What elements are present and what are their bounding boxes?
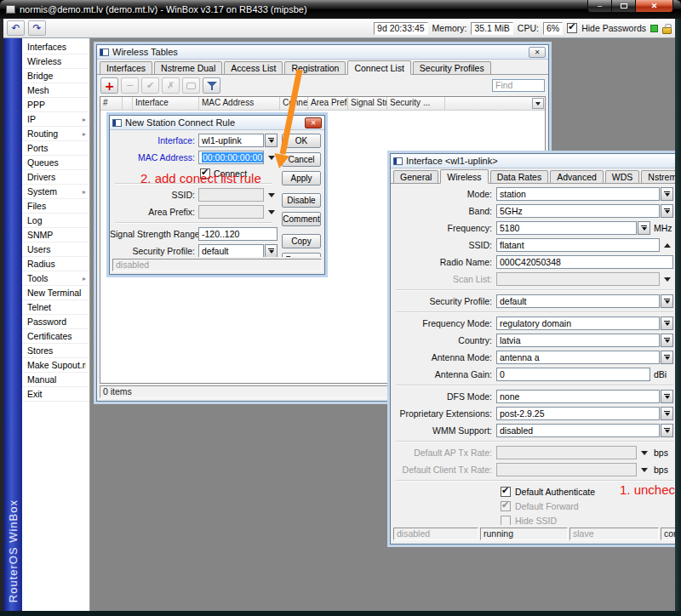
field-input[interactable]: disabled: [496, 424, 660, 437]
column-header-flags[interactable]: [123, 97, 133, 110]
tab[interactable]: Advanced: [550, 170, 604, 184]
undo-button[interactable]: ↶: [7, 20, 25, 36]
tab[interactable]: Access List: [224, 61, 283, 75]
field-control[interactable]: [661, 204, 673, 218]
column-header-signal[interactable]: Signal Str...: [348, 97, 387, 110]
default-authenticate-checkbox[interactable]: [501, 487, 511, 497]
column-header-security[interactable]: Security ...: [387, 97, 445, 110]
field-control[interactable]: [661, 294, 673, 308]
sidebar-item[interactable]: New Terminal: [22, 286, 89, 300]
field-input[interactable]: 5180: [496, 221, 637, 235]
sidebar-item[interactable]: Users: [22, 242, 89, 257]
column-header-area-prefix[interactable]: Area Prefix: [308, 97, 348, 110]
security-profile-combo-button[interactable]: [265, 244, 278, 257]
field-control[interactable]: [661, 390, 673, 403]
field-input[interactable]: antenna a: [496, 351, 660, 364]
sidebar-item[interactable]: Bridge: [22, 69, 89, 83]
mac-address-input[interactable]: 00:00:00:00:00:00: [198, 151, 264, 164]
field-control[interactable]: [661, 407, 673, 420]
comment-button[interactable]: [182, 77, 200, 94]
field-input[interactable]: post-2.9.25: [496, 407, 660, 420]
area-prefix-input[interactable]: [198, 205, 264, 219]
sidebar-item[interactable]: Wireless: [22, 54, 89, 69]
tab[interactable]: Data Rates: [490, 170, 549, 184]
dialog-close-button[interactable]: ✕: [305, 117, 322, 128]
default-forward-checkbox[interactable]: [501, 501, 511, 511]
sidebar-item[interactable]: Ports: [22, 141, 89, 156]
dialog-button[interactable]: Disable: [282, 193, 321, 208]
dialog-titlebar[interactable]: New Station Connect Rule ✕: [110, 116, 324, 130]
field-control[interactable]: [661, 238, 673, 252]
tab[interactable]: Wireless: [440, 169, 488, 184]
area-prefix-dropdown-icon[interactable]: [265, 205, 278, 219]
field-control[interactable]: [661, 317, 673, 330]
field-input[interactable]: latvia: [496, 334, 660, 347]
hide-passwords-checkbox[interactable]: [567, 23, 577, 33]
field-input[interactable]: none: [496, 390, 660, 403]
wireless-tables-close-button[interactable]: ✕: [529, 47, 546, 58]
sidebar-item[interactable]: Files: [22, 199, 89, 214]
signal-strength-input[interactable]: -120..120: [198, 227, 278, 241]
sidebar-item[interactable]: Mesh: [22, 83, 89, 98]
filter-button[interactable]: [203, 77, 220, 94]
column-header-number[interactable]: #: [100, 97, 123, 110]
sidebar-item[interactable]: Certificates: [22, 329, 89, 344]
column-header-connect[interactable]: Connect: [280, 97, 308, 110]
sidebar-item[interactable]: IP ▸: [22, 112, 89, 127]
dialog-button[interactable]: Comment: [282, 212, 321, 226]
sidebar-item[interactable]: Telnet: [22, 300, 89, 315]
sidebar-item[interactable]: Exit: [22, 387, 89, 402]
field-input[interactable]: regulatory domain: [496, 317, 660, 330]
tab[interactable]: Interfaces: [100, 61, 152, 75]
sidebar-item[interactable]: Manual: [22, 373, 89, 387]
tab[interactable]: Security Profiles: [413, 61, 491, 75]
field-control[interactable]: [638, 221, 650, 235]
sidebar-item[interactable]: Queues: [22, 156, 89, 170]
sidebar-item[interactable]: System ▸: [22, 185, 89, 199]
field-input[interactable]: 000C42050348: [496, 255, 673, 269]
field-control[interactable]: [638, 446, 650, 459]
interface-combo-button[interactable]: [265, 134, 278, 147]
ssid-dropdown-icon[interactable]: [265, 188, 278, 202]
tab[interactable]: WDS: [605, 170, 640, 184]
sidebar-item[interactable]: Make Supout.rif: [22, 358, 89, 373]
interface-window-titlebar[interactable]: Interface <wl1-uplink>: [391, 154, 675, 168]
redo-button[interactable]: ↷: [28, 20, 46, 36]
security-profile-select[interactable]: default: [198, 244, 264, 257]
sidebar-item[interactable]: Routing ▸: [22, 127, 89, 141]
mac-address-dropdown-icon[interactable]: [265, 151, 278, 164]
add-button[interactable]: +: [100, 77, 118, 94]
field-input[interactable]: [496, 446, 637, 459]
wireless-tables-titlebar[interactable]: Wireless Tables ✕: [97, 45, 548, 60]
field-input[interactable]: [496, 463, 637, 476]
column-chooser-button[interactable]: [532, 98, 544, 109]
sidebar-item[interactable]: Tools ▸: [22, 271, 89, 286]
field-control[interactable]: [661, 272, 673, 286]
field-input[interactable]: [496, 272, 660, 286]
dialog-button[interactable]: OK: [282, 134, 321, 148]
sidebar-item[interactable]: Radius: [22, 257, 89, 271]
dialog-button[interactable]: Remove: [282, 253, 321, 257]
dialog-button[interactable]: Cancel: [282, 152, 321, 167]
enable-button[interactable]: ✔: [141, 77, 159, 94]
field-control[interactable]: [661, 351, 673, 364]
tab[interactable]: Nstreme: [641, 170, 675, 184]
main-titlebar[interactable]: normis@demo.mt.lv (demo.mt.lv) - WinBox …: [0, 0, 681, 19]
remove-button[interactable]: −: [121, 77, 139, 94]
field-input[interactable]: default: [496, 294, 660, 308]
ssid-input[interactable]: [198, 188, 264, 202]
dialog-button[interactable]: Apply: [282, 171, 321, 185]
sidebar-item[interactable]: Drivers: [22, 170, 89, 185]
column-header-mac[interactable]: MAC Address: [199, 97, 280, 110]
hide-ssid-checkbox[interactable]: [501, 516, 511, 526]
field-input[interactable]: 5GHz: [496, 204, 660, 218]
field-control[interactable]: [661, 424, 673, 437]
disable-button[interactable]: ✗: [162, 77, 180, 94]
field-control[interactable]: [661, 187, 673, 201]
field-control[interactable]: [638, 463, 650, 476]
field-input[interactable]: flatant: [496, 238, 660, 252]
column-header-interface[interactable]: Interface: [133, 97, 199, 110]
sidebar-item[interactable]: Password: [22, 315, 89, 329]
minimize-button[interactable]: –: [587, 0, 612, 13]
sidebar-item[interactable]: Interfaces: [22, 40, 89, 54]
